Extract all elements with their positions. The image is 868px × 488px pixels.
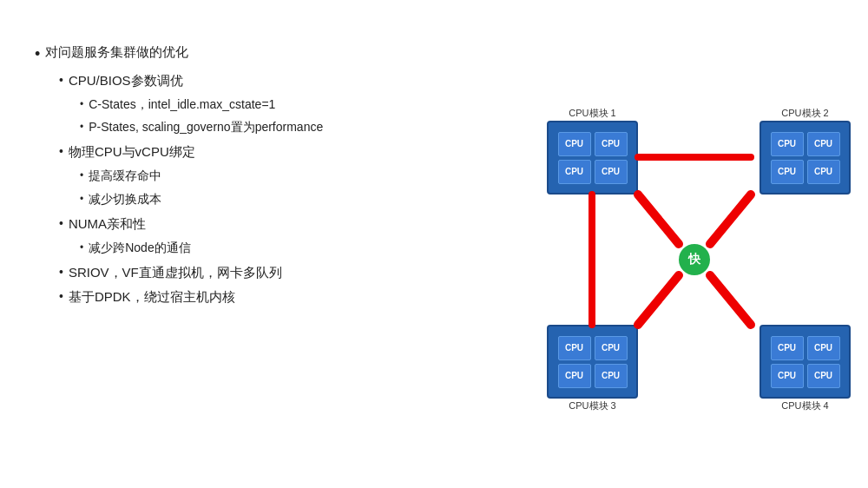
- diagram-wrapper: CPU模块 1 CPU模块 2 CPU模块 3 CPU模块 4 CPU CPU …: [529, 95, 859, 425]
- bullet-text: SRIOV，VF直通虚拟机，网卡多队列: [69, 260, 282, 285]
- svg-line-0: [638, 195, 679, 244]
- cpu-row: CPU CPU: [771, 160, 840, 184]
- cpu-chip: CPU: [807, 364, 840, 388]
- cpu-row: CPU CPU: [558, 364, 628, 388]
- svg-line-3: [710, 275, 751, 325]
- bullet-text: C-States，intel_idle.max_cstate=1: [89, 94, 275, 116]
- cpu-chip: CPU: [807, 132, 840, 156]
- svg-line-2: [638, 275, 679, 325]
- bullet-item: •减少跨Node的通信: [80, 237, 521, 260]
- cpu-chip: CPU: [558, 364, 591, 388]
- cpu-row: CPU CPU: [771, 336, 840, 360]
- bullet-dot: •: [59, 142, 63, 162]
- bullet-dot: •: [59, 214, 63, 234]
- cpu-module-bl: CPU CPU CPU CPU: [547, 325, 638, 399]
- cpu-chip: CPU: [771, 132, 804, 156]
- cpu-chip: CPU: [595, 160, 628, 184]
- cpu-module-tr: CPU CPU CPU CPU: [760, 121, 851, 195]
- bullet-item: •基于DPDK，绕过宿主机内核: [59, 285, 521, 309]
- bullet-text: 基于DPDK，绕过宿主机内核: [69, 285, 235, 309]
- bullet-item: •CPU/BIOS参数调优: [59, 69, 521, 93]
- bullet-dot: •: [80, 167, 83, 184]
- bullet-item: •对问题服务集群做的优化: [35, 40, 521, 67]
- module-label-tl: CPU模块 1: [547, 107, 638, 120]
- bullet-text: 物理CPU与vCPU绑定: [69, 140, 195, 164]
- cpu-chip: CPU: [558, 160, 591, 184]
- bullet-item: •NUMA亲和性: [59, 212, 521, 236]
- bullet-dot: •: [80, 239, 83, 256]
- bullet-dot: •: [35, 42, 40, 67]
- cpu-chip: CPU: [595, 364, 628, 388]
- cpu-chip: CPU: [807, 336, 840, 360]
- cpu-row: CPU CPU: [558, 160, 628, 184]
- content-area: •对问题服务集群做的优化•CPU/BIOS参数调优•C-States，intel…: [35, 40, 833, 471]
- bullet-dot: •: [59, 262, 63, 283]
- bullet-text: 提高缓存命中: [89, 165, 161, 188]
- cpu-chip: CPU: [807, 160, 840, 184]
- center-circle: 快: [679, 244, 710, 275]
- bullet-text: 对问题服务集群做的优化: [45, 40, 188, 64]
- bullet-item: •SRIOV，VF直通虚拟机，网卡多队列: [59, 260, 521, 285]
- bullet-dot: •: [80, 118, 83, 135]
- bullet-text: CPU/BIOS参数调优: [69, 69, 183, 93]
- bullet-dot: •: [59, 70, 63, 91]
- text-section: •对问题服务集群做的优化•CPU/BIOS参数调优•C-States，intel…: [35, 40, 521, 471]
- bullet-dot: •: [80, 190, 83, 208]
- slide: •对问题服务集群做的优化•CPU/BIOS参数调优•C-States，intel…: [0, 0, 868, 488]
- cpu-chip: CPU: [771, 336, 804, 360]
- cpu-chip: CPU: [558, 336, 591, 360]
- bullet-item: •提高缓存命中: [80, 165, 521, 188]
- bullet-item: •物理CPU与vCPU绑定: [59, 140, 521, 164]
- cpu-module-tl: CPU CPU CPU CPU: [547, 121, 638, 195]
- cpu-row: CPU CPU: [771, 364, 840, 388]
- cpu-chip: CPU: [595, 132, 628, 156]
- cpu-chip: CPU: [595, 336, 628, 360]
- bullet-dot: •: [80, 96, 83, 113]
- cpu-row: CPU CPU: [771, 132, 840, 156]
- module-label-bl: CPU模块 3: [547, 399, 638, 412]
- cpu-module-br: CPU CPU CPU CPU: [760, 325, 851, 399]
- cpu-row: CPU CPU: [558, 336, 628, 360]
- svg-line-1: [710, 195, 751, 244]
- bullet-text: 减少跨Node的通信: [89, 237, 190, 260]
- diagram-section: CPU模块 1 CPU模块 2 CPU模块 3 CPU模块 4 CPU CPU …: [529, 40, 859, 471]
- module-label-tr: CPU模块 2: [760, 107, 851, 120]
- cpu-chip: CPU: [558, 132, 591, 156]
- bullet-item: •减少切换成本: [80, 188, 521, 211]
- bullet-text: P-States, scaling_governo置为performance: [89, 116, 323, 139]
- bullet-item: •C-States，intel_idle.max_cstate=1: [80, 94, 521, 116]
- cpu-chip: CPU: [771, 364, 804, 388]
- cpu-chip: CPU: [771, 160, 804, 184]
- bullet-text: NUMA亲和性: [69, 212, 146, 236]
- cpu-row: CPU CPU: [558, 132, 628, 156]
- bullet-text: 减少切换成本: [89, 188, 161, 211]
- bullet-dot: •: [59, 287, 63, 307]
- module-label-br: CPU模块 4: [760, 399, 851, 412]
- bullet-item: •P-States, scaling_governo置为performance: [80, 116, 521, 139]
